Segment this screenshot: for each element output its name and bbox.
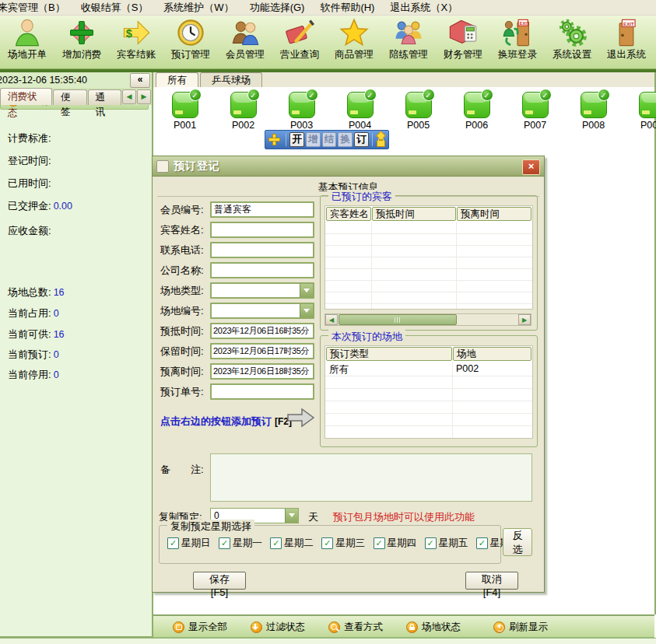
weekday-sunday[interactable]: ✓星期日	[167, 537, 211, 550]
court-item[interactable]: ✓P002	[214, 87, 272, 143]
cancel-button[interactable]: 取消 [F4]	[465, 572, 518, 590]
tab-table-tennis[interactable]: 乒乓球场	[200, 72, 262, 87]
menu-cashier[interactable]: 收银结算（S）	[79, 0, 150, 16]
menu-exit[interactable]: 退出系统（X）	[388, 0, 459, 16]
pin-lock-icons[interactable]	[377, 132, 385, 147]
court-item[interactable]: ✓P005	[389, 87, 447, 143]
guest-name-label: 宾客姓名:	[160, 222, 212, 238]
invert-selection-button[interactable]: 反选	[503, 528, 532, 556]
mini-open-button[interactable]: 开	[289, 132, 304, 147]
col-booking-type[interactable]: 预订类型	[326, 347, 452, 361]
weekday-friday[interactable]: ✓星期五	[425, 537, 468, 550]
field-label: 当前停用:	[8, 369, 51, 380]
field-value: 0	[54, 369, 59, 380]
leave-time-input[interactable]: 2023年12月06日18时35分	[210, 363, 314, 380]
court-item[interactable]: ✓P009	[623, 87, 656, 143]
weekday-thursday[interactable]: ✓星期四	[374, 537, 417, 550]
toolbar-system-settings[interactable]: 系统设置	[545, 17, 599, 61]
court-available-icon: ✓	[347, 92, 374, 118]
checkbox-checked-icon: ✓	[219, 537, 230, 549]
checkbox-checked-icon: ✓	[167, 537, 179, 549]
court-item[interactable]: ✓P006	[447, 87, 506, 143]
toolbar-open-court[interactable]: 场地开单	[0, 17, 54, 61]
col-venue[interactable]: 场地	[453, 347, 531, 361]
tabs-next-icon[interactable]: ▶	[137, 89, 151, 104]
tab-consume-status[interactable]: 消费状态	[0, 88, 52, 105]
scroll-left-icon[interactable]: ◀	[325, 314, 338, 325]
note-textarea[interactable]	[210, 453, 532, 502]
collapse-sidebar-button[interactable]: «	[130, 73, 150, 88]
note-label: 备 注:	[160, 463, 204, 477]
view-mode-button[interactable]: 查看方式	[328, 621, 383, 634]
scroll-thumb[interactable]	[339, 314, 457, 325]
toolbar-booking-mgmt[interactable]: 预订管理	[163, 17, 218, 61]
move-handle-icon[interactable]	[268, 134, 280, 145]
booking-no-input[interactable]	[210, 383, 314, 400]
mini-switch-button[interactable]: 换	[338, 132, 353, 147]
menu-maintenance[interactable]: 系统维护（W）	[162, 0, 235, 16]
venue-type-select[interactable]	[210, 282, 314, 299]
chevron-down-icon[interactable]	[300, 304, 313, 317]
toolbar-goods-mgmt[interactable]: 商品管理	[327, 17, 381, 61]
phone-input[interactable]	[210, 242, 314, 258]
field-label: 当前可供:	[8, 328, 51, 340]
menu-guest-mgmt[interactable]: 来宾管理（B）	[0, 0, 67, 16]
venue-row-type[interactable]: 所有	[329, 363, 349, 376]
toolbar-guest-checkout[interactable]: $ 宾客结账	[109, 17, 163, 61]
show-all-button[interactable]: 显示全部	[173, 621, 227, 634]
mini-book-button[interactable]: 订	[354, 132, 369, 147]
menu-help[interactable]: 软件帮助(H)	[318, 0, 376, 16]
weekday-tuesday[interactable]: ✓星期二	[270, 537, 314, 550]
svg-text:EXIT: EXIT	[520, 21, 530, 26]
hold-time-input[interactable]: 2023年12月06日17时35分	[210, 343, 314, 359]
col-leave-time[interactable]: 预离时间	[457, 207, 531, 221]
scroll-right-icon[interactable]: ▶	[518, 314, 531, 325]
tab-comms[interactable]: 通讯	[88, 89, 122, 105]
filter-status-button[interactable]: 过滤状态	[251, 621, 305, 634]
toolbar-add-consume[interactable]: 增加消费	[54, 17, 109, 61]
col-arrive-time[interactable]: 预抵时间	[372, 207, 456, 221]
star-icon	[339, 17, 370, 48]
weekday-monday[interactable]: ✓星期一	[219, 537, 262, 550]
refresh-button[interactable]: 刷新显示	[493, 621, 548, 634]
venue-no-select[interactable]	[210, 303, 314, 319]
checkbox-checked-icon: ✓	[270, 537, 282, 549]
court-item[interactable]: ✓P007	[506, 87, 564, 143]
court-item[interactable]: ✓P008	[564, 87, 623, 143]
toolbar-exit-system[interactable]: EXIT 退出系统	[599, 17, 654, 61]
mini-settle-button[interactable]: 结	[322, 132, 337, 147]
chevron-down-icon[interactable]	[300, 284, 313, 297]
court-item[interactable]: ✓P001	[156, 87, 214, 143]
check-badge-icon: ✓	[247, 89, 260, 101]
toolbar-trainer-mgmt[interactable]: 陪练管理	[381, 17, 436, 61]
member-id-input[interactable]: 普通宾客	[210, 201, 314, 218]
add-booking-arrow-button[interactable]	[286, 407, 316, 429]
chevron-down-icon[interactable]	[285, 509, 298, 523]
close-icon[interactable]: ×	[522, 159, 540, 175]
menu-functions[interactable]: 功能选择(G)	[248, 0, 307, 16]
copy-hint-text: 预订包月场地时可以使用此功能	[333, 510, 475, 524]
mini-add-button[interactable]: 增	[306, 132, 321, 147]
guest-name-input[interactable]	[210, 222, 314, 238]
tab-all-venues[interactable]: 所有	[156, 72, 198, 87]
save-button[interactable]: 保存 [F5]	[193, 572, 246, 590]
toolbar-shift-login[interactable]: EXIT 换班登录	[490, 17, 545, 61]
tab-notes[interactable]: 便签	[53, 89, 87, 105]
col-guest-name[interactable]: 宾客姓名	[326, 207, 371, 221]
show-all-icon	[173, 621, 184, 633]
venue-no-label: 场地编号:	[160, 303, 212, 319]
weekday-wednesday[interactable]: ✓星期三	[321, 537, 365, 550]
field-label: 场地总数:	[8, 286, 51, 298]
toolbar-finance-mgmt[interactable]: 财务管理	[436, 17, 490, 61]
field-label: 当前占用:	[8, 307, 51, 319]
toolbar-business-query[interactable]: 营业查询	[272, 17, 327, 61]
venue-status-button[interactable]: 场地状态	[406, 621, 461, 634]
datetime-bar: 2023-12-06 15:35:40 «	[0, 72, 152, 88]
arrive-time-input[interactable]: 2023年12月06日16时35分	[210, 323, 314, 339]
tabs-prev-icon[interactable]: ◀	[122, 89, 136, 104]
checkbox-checked-icon: ✓	[374, 537, 385, 549]
toolbar-member-mgmt[interactable]: 会员管理	[218, 17, 272, 61]
guests-hscrollbar[interactable]: ◀ ▶	[324, 313, 531, 326]
company-input[interactable]	[210, 262, 314, 278]
venue-row-court[interactable]: P002	[456, 363, 479, 374]
